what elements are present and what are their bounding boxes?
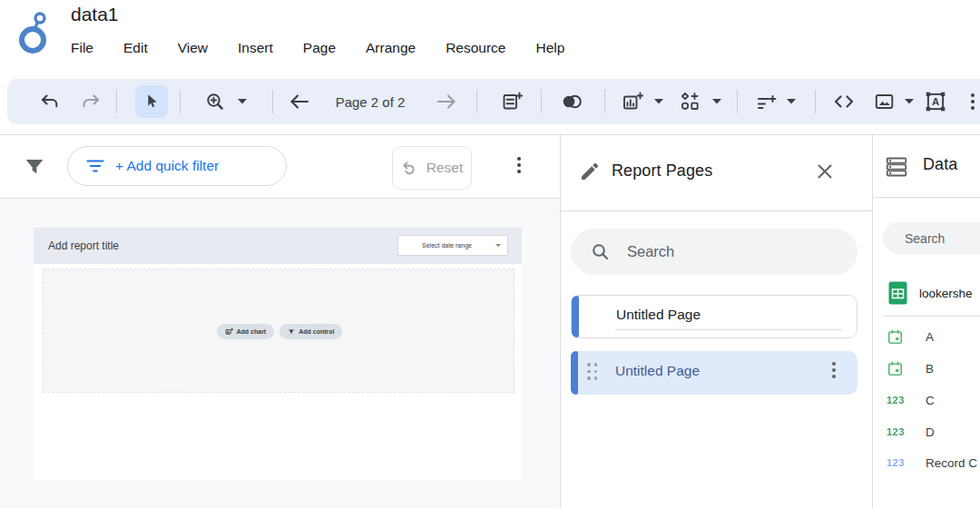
add-control-button[interactable]	[750, 85, 783, 118]
metric-field-icon: 123	[887, 457, 912, 468]
app-header: data1 File Edit View Insert Page Arrange…	[0, 0, 980, 79]
add-page-button[interactable]	[495, 85, 528, 118]
page-list-item-selected[interactable]: Untitled Page	[571, 351, 858, 395]
field-name: D	[926, 425, 935, 439]
page-name-input[interactable]: Untitled Page	[616, 307, 701, 323]
blend-data-button[interactable]	[555, 85, 588, 118]
add-chart-caret[interactable]	[654, 98, 663, 105]
number-field-icon: 123	[887, 426, 912, 437]
field-row[interactable]: A	[874, 323, 980, 350]
data-panel-search-input[interactable]	[903, 230, 980, 247]
add-control-caret[interactable]	[787, 98, 796, 105]
menu-resource[interactable]: Resource	[446, 40, 505, 56]
toolbar-divider	[272, 90, 273, 113]
undo-button[interactable]	[34, 85, 66, 118]
date-field-icon	[887, 328, 912, 346]
page-name-label: Untitled Page	[615, 363, 700, 379]
data-panel-search[interactable]	[883, 222, 980, 254]
add-text-button[interactable]: A	[919, 85, 952, 118]
data-panel-header: Data	[874, 135, 980, 198]
page-accent-bar	[572, 296, 579, 337]
date-range-label: Select date range	[398, 242, 495, 249]
data-panel-title: Data	[923, 155, 957, 174]
menu-file[interactable]: File	[71, 40, 93, 56]
zoom-dropdown-caret[interactable]	[238, 98, 247, 105]
canvas-column: + Add quick filter Reset Add report titl…	[0, 135, 560, 508]
menu-help[interactable]: Help	[536, 40, 565, 56]
menu-insert[interactable]: Insert	[238, 40, 273, 56]
embed-url-button[interactable]	[828, 85, 860, 118]
add-community-visualization-caret[interactable]	[712, 98, 721, 105]
menu-edit[interactable]: Edit	[123, 40, 148, 56]
add-control-icon	[288, 328, 295, 336]
toolbar-divider	[737, 90, 738, 113]
report-title-placeholder[interactable]: Add report title	[48, 239, 119, 252]
add-quick-filter-button[interactable]: + Add quick filter	[67, 146, 287, 186]
toolbar-divider	[180, 90, 181, 113]
looker-studio-logo-icon	[15, 7, 54, 60]
menu-page[interactable]: Page	[303, 40, 336, 56]
add-chart-icon	[225, 327, 233, 336]
report-pages-search-input[interactable]	[625, 242, 858, 261]
content-area: + Add quick filter Reset Add report titl…	[0, 134, 980, 508]
canvas-add-control-label: Add control	[299, 328, 334, 335]
reset-label: Reset	[426, 160, 464, 176]
search-icon	[591, 242, 611, 262]
field-name: B	[926, 362, 934, 376]
report-pages-header: Report Pages	[561, 135, 872, 211]
add-image-button[interactable]	[868, 85, 901, 118]
field-name: A	[926, 330, 934, 344]
drag-handle-icon[interactable]	[587, 363, 597, 380]
canvas-add-control-button[interactable]: Add control	[279, 324, 342, 339]
svg-text:A: A	[932, 96, 939, 107]
quick-filter-bar: + Add quick filter Reset	[0, 135, 560, 199]
toolbar-more-options-button[interactable]	[956, 85, 980, 118]
add-image-caret[interactable]	[905, 98, 914, 105]
reset-button[interactable]: Reset	[392, 146, 472, 190]
report-page[interactable]: Add report title Select date range	[34, 228, 522, 480]
data-panel: Data lookershe	[874, 135, 980, 508]
add-community-visualization-button[interactable]	[673, 85, 706, 118]
next-page-button[interactable]	[430, 85, 463, 118]
canvas-add-chart-label: Add chart	[237, 328, 267, 335]
canvas-add-chart-button[interactable]: Add chart	[217, 324, 275, 339]
field-row[interactable]: 123 Record C	[874, 449, 980, 476]
menu-view[interactable]: View	[178, 40, 208, 56]
report-pages-search[interactable]	[571, 229, 858, 275]
filter-funnel-icon	[24, 156, 45, 178]
page-indicator: Page 2 of 2	[318, 79, 423, 124]
data-panel-divider	[883, 316, 980, 317]
reset-undo-icon	[401, 160, 419, 176]
page-name-edit-underline	[615, 329, 842, 330]
field-row[interactable]: 123 C	[874, 386, 980, 414]
field-row[interactable]: B	[874, 355, 980, 382]
page-list-item-editing[interactable]: Untitled Page	[571, 295, 858, 338]
toolbar-divider	[815, 90, 816, 113]
empty-chart-area: Add chart Add control	[43, 269, 514, 393]
date-range-control[interactable]: Select date range	[397, 235, 508, 256]
toolbar-divider	[116, 90, 117, 113]
report-canvas: Add report title Select date range	[0, 199, 560, 508]
page-item-more-icon[interactable]	[832, 362, 836, 378]
filter-bar-more-icon[interactable]	[517, 157, 521, 173]
date-field-icon	[887, 360, 912, 377]
data-source-row[interactable]: lookershe	[874, 278, 980, 308]
toolbar-divider	[604, 90, 605, 113]
field-row[interactable]: 123 D	[874, 418, 980, 445]
menubar: File Edit View Insert Page Arrange Resou…	[71, 40, 564, 56]
add-quick-filter-label: + Add quick filter	[115, 158, 219, 174]
zoom-tool-button[interactable]	[199, 85, 231, 118]
close-panel-icon[interactable]	[815, 161, 835, 181]
add-chart-button[interactable]	[616, 85, 649, 118]
select-tool-button[interactable]	[135, 85, 168, 118]
redo-button[interactable]	[74, 85, 107, 118]
toolbar-divider	[476, 90, 477, 113]
number-field-icon: 123	[887, 395, 912, 405]
date-range-caret-icon	[495, 244, 501, 247]
field-name: C	[926, 394, 935, 407]
data-source-name: lookershe	[919, 287, 973, 300]
pencil-icon	[579, 161, 601, 182]
report-title[interactable]: data1	[71, 4, 119, 25]
previous-page-button[interactable]	[283, 85, 316, 118]
menu-arrange[interactable]: Arrange	[366, 40, 416, 56]
